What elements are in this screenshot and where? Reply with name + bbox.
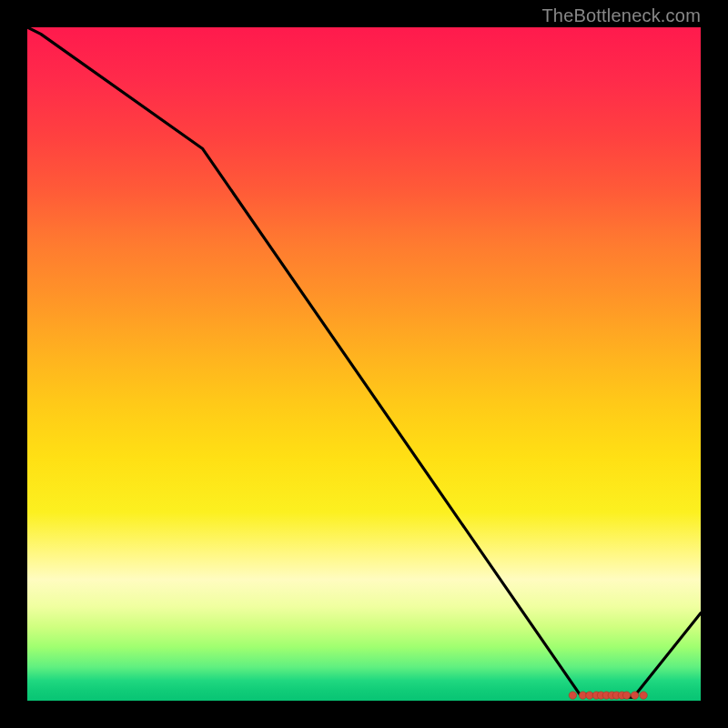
chart-container: TheBottleneck.com <box>0 0 728 728</box>
attribution-text: TheBottleneck.com <box>541 5 701 26</box>
plot-gradient-area <box>27 27 701 701</box>
